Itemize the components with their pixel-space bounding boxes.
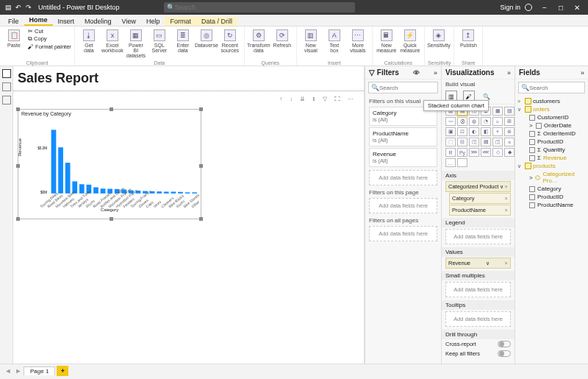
focus-icon[interactable]: ⛶ <box>334 96 340 102</box>
viz-type-30[interactable]: … <box>445 158 456 167</box>
viz-type-8[interactable]: ◍ <box>469 117 479 126</box>
power-bi-datasets-button[interactable]: ▦PowerBI datasets <box>125 28 147 60</box>
viz-type-17[interactable]: ⊚ <box>504 127 514 136</box>
viz-type-13[interactable]: ⊡ <box>457 127 467 136</box>
filter-icon[interactable]: ▽ <box>323 96 327 102</box>
drill-up-icon[interactable]: ↑ <box>279 96 282 102</box>
collapse-fields-icon[interactable]: » <box>581 69 584 77</box>
show-hide-icon[interactable]: 👁 <box>413 69 420 77</box>
add-page-filter-drop[interactable]: Add data fields here <box>369 198 437 213</box>
table-products[interactable]: ∨products <box>517 162 586 170</box>
model-view-icon[interactable] <box>2 96 11 105</box>
field-productid[interactable]: ProductID <box>517 138 586 146</box>
enter-data-button[interactable]: ≣Enterdata <box>172 28 194 60</box>
viz-type-11[interactable]: ⊞ <box>504 117 514 126</box>
viz-type-5[interactable]: ▨ <box>504 107 514 116</box>
field-quantity[interactable]: ΣQuantity <box>517 146 586 154</box>
chart-visual[interactable]: Revenue by Category Revenue $0M$0.2M Tou… <box>18 109 201 219</box>
viz-type-31[interactable] <box>457 158 467 167</box>
viz-type-27[interactable]: ⋘ <box>481 148 491 157</box>
field-well-revenue[interactable]: Revenue∨× <box>445 258 511 269</box>
get-data-button[interactable]: ⭳Getdata <box>78 28 100 60</box>
undo-icon[interactable]: ↶ <box>13 4 24 11</box>
report-view-icon[interactable] <box>2 69 11 78</box>
sm-drop[interactable]: Add data fields here <box>445 282 511 297</box>
add-page-button[interactable]: + <box>57 366 68 376</box>
fields-search[interactable]: 🔍 <box>518 82 585 93</box>
ribbon-tab-data-drill[interactable]: Data / Drill <box>196 17 237 26</box>
viz-type-16[interactable]: ⌖ <box>492 127 503 136</box>
expand-icon[interactable]: ⇊ <box>300 96 305 102</box>
filter-card-productname[interactable]: ProductNameis (All) <box>369 127 437 146</box>
viz-type-26[interactable]: ⋙ <box>469 148 479 157</box>
sql-server-button[interactable]: ▭SQLServer <box>148 28 171 60</box>
table-orders[interactable]: ∨orders <box>517 105 586 113</box>
tooltips-drop[interactable]: Add data fields here <box>445 311 511 327</box>
ribbon-tab-home[interactable]: Home <box>24 15 53 26</box>
viz-type-4[interactable]: ▦ <box>492 107 503 116</box>
close-button[interactable]: ✕ <box>569 4 585 12</box>
more-icon[interactable]: ⋯ <box>348 96 354 102</box>
keep-filters-toggle[interactable] <box>498 350 511 357</box>
redo-icon[interactable]: ↷ <box>24 4 34 11</box>
filters-search[interactable]: 🔍 <box>368 82 438 93</box>
sensitivity-button[interactable]: ◈Sensitivity <box>428 28 450 60</box>
field-orderitemid[interactable]: ΣOrderItemID <box>517 130 586 138</box>
field-customerid[interactable]: CustomerID <box>517 113 586 121</box>
ribbon-tab-modeling[interactable]: Modeling <box>79 17 117 26</box>
viz-type-24[interactable]: R <box>445 148 456 157</box>
refresh-button[interactable]: ⟳Refresh <box>271 28 293 60</box>
field-well-category[interactable]: Category× <box>449 193 511 204</box>
viz-type-23[interactable]: ≡ <box>504 138 514 146</box>
fields-search-input[interactable] <box>529 85 582 91</box>
page-next-icon[interactable]: ► <box>13 367 24 375</box>
restore-button[interactable]: □ <box>553 4 569 12</box>
viz-type-19[interactable]: ⊟ <box>457 138 467 146</box>
more-visuals-button[interactable]: ⋯Morevisuals <box>347 28 369 60</box>
ribbon-tab-view[interactable]: View <box>117 17 141 26</box>
ribbon-tab-help[interactable]: Help <box>141 17 165 26</box>
viz-type-25[interactable]: Py <box>457 148 467 157</box>
viz-type-28[interactable]: ◇ <box>492 148 503 157</box>
viz-type-20[interactable]: ◫ <box>469 138 479 146</box>
ribbon-tab-format[interactable]: Format <box>165 17 196 26</box>
paste-button[interactable]: 📋Paste <box>3 28 25 60</box>
field-productname[interactable]: ProductName <box>517 201 586 209</box>
sign-in-link[interactable]: Sign in <box>500 4 520 11</box>
collapse-viz-icon[interactable]: » <box>507 69 511 77</box>
viz-type-6[interactable]: 〰 <box>445 117 456 126</box>
viz-type-29[interactable]: ◆ <box>504 148 514 157</box>
field-revenue[interactable]: ΣRevenue <box>517 154 586 162</box>
page-tab[interactable]: Page 1 <box>24 366 55 375</box>
field-orderdate[interactable]: >OrderDate <box>517 121 586 130</box>
viz-type-21[interactable]: ▤ <box>481 138 491 146</box>
new-measure-button[interactable]: 🖩Newmeasure <box>376 28 398 60</box>
data-view-icon[interactable] <box>2 82 11 91</box>
table-customers[interactable]: >customers <box>517 97 586 105</box>
viz-type-22[interactable]: ◫ <box>492 138 503 146</box>
ribbon-tab-file[interactable]: File <box>3 17 24 26</box>
format-painter-button[interactable]: 🖌 Format painter <box>28 43 71 50</box>
report-canvas[interactable]: Sales Report ↑ ↓ ⇊ ⫿ ▽ ⛶ ⋯ Revenue by Ca… <box>13 66 365 364</box>
field-well-categorized-product[interactable]: Categorized Product∨× <box>445 181 511 192</box>
recent-sources-button[interactable]: ↻Recentsources <box>219 28 241 60</box>
field-productid[interactable]: ProductID <box>517 193 586 201</box>
field-well-productname[interactable]: ProductName× <box>449 205 511 216</box>
add-all-filter-drop[interactable]: Add data fields here <box>369 226 437 241</box>
page-prev-icon[interactable]: ◄ <box>3 367 13 375</box>
next-level-icon[interactable]: ⫿ <box>312 96 315 102</box>
new-visual-button[interactable]: ▥Newvisual <box>300 28 322 60</box>
field-category[interactable]: Category <box>517 185 586 193</box>
titlebar-search[interactable]: 🔍 <box>164 2 355 13</box>
collapse-filters-icon[interactable]: » <box>434 69 437 77</box>
viz-type-14[interactable]: ◐ <box>469 127 479 136</box>
save-icon[interactable]: ▤ <box>3 4 13 11</box>
titlebar-search-input[interactable] <box>175 4 352 11</box>
text-box-button[interactable]: ATextbox <box>323 28 345 60</box>
viz-type-12[interactable]: ▣ <box>445 127 456 136</box>
legend-drop[interactable]: Add data fields here <box>445 229 511 244</box>
user-avatar[interactable] <box>525 4 532 11</box>
publish-button[interactable]: ↥Publish <box>457 28 479 60</box>
copy-button[interactable]: ⧉ Copy <box>28 35 71 43</box>
ribbon-tab-insert[interactable]: Insert <box>53 17 80 26</box>
